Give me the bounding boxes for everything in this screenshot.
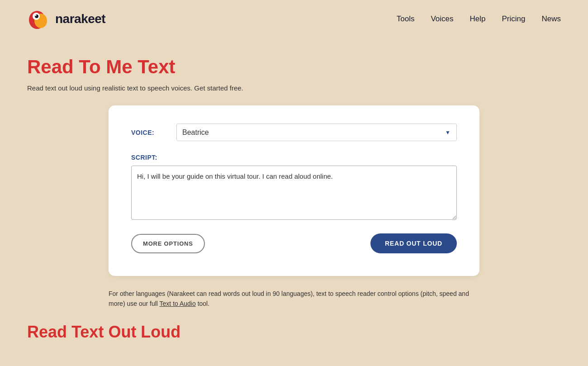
- footer-note: For other languages (Narakeet can read w…: [109, 289, 479, 309]
- header: narakeet Tools Voices Help Pricing News: [0, 0, 588, 38]
- logo-icon: [27, 7, 51, 31]
- nav-tools[interactable]: Tools: [397, 14, 415, 24]
- voice-label: VOICE:: [131, 129, 176, 136]
- footer-note-end: tool.: [198, 300, 209, 307]
- read-out-loud-button[interactable]: READ OUT LOUD: [370, 233, 457, 253]
- nav-voices[interactable]: Voices: [431, 14, 453, 24]
- text-to-audio-link[interactable]: Text to Audio: [160, 300, 196, 307]
- buttons-row: MORE OPTIONS READ OUT LOUD: [131, 233, 457, 253]
- tts-card: VOICE: Beatrice ▼ SCRIPT: MORE OPTIONS R…: [109, 105, 479, 276]
- voice-select-wrapper: Beatrice ▼: [176, 124, 457, 141]
- svg-point-5: [35, 15, 37, 16]
- logo[interactable]: narakeet: [27, 7, 105, 31]
- nav-pricing[interactable]: Pricing: [502, 14, 526, 24]
- main-nav: Tools Voices Help Pricing News: [397, 14, 561, 24]
- nav-news[interactable]: News: [541, 14, 561, 24]
- script-label: SCRIPT:: [131, 154, 176, 161]
- second-section-title: Read Text Out Loud: [27, 323, 561, 342]
- script-row: SCRIPT:: [131, 154, 457, 220]
- voice-row: VOICE: Beatrice ▼: [131, 124, 457, 141]
- more-options-button[interactable]: MORE OPTIONS: [131, 234, 205, 253]
- page-title: Read To Me Text: [27, 56, 561, 78]
- page-subtitle: Read text out loud using realistic text …: [27, 84, 561, 92]
- logo-text: narakeet: [55, 12, 105, 26]
- main-content: Read To Me Text Read text out loud using…: [0, 38, 588, 360]
- script-textarea[interactable]: [131, 166, 457, 220]
- nav-help[interactable]: Help: [470, 14, 486, 24]
- voice-select[interactable]: Beatrice: [176, 124, 457, 141]
